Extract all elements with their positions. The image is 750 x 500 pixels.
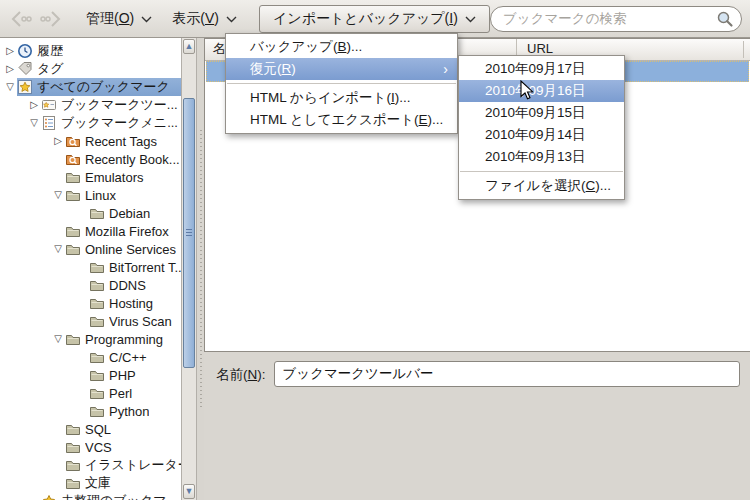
- sidebar-item-label: 文庫: [85, 474, 111, 492]
- sidebar: ▷ 履歴 ▷ タグ ▽ すべてのブックマーク ▷ ブックマ: [0, 38, 197, 500]
- sidebar-item-label: Mozilla Firefox: [85, 224, 169, 239]
- expander-closed-icon[interactable]: ▷: [27, 96, 41, 114]
- folder-icon: [65, 187, 81, 203]
- sidebar-item-label: Hosting: [109, 296, 153, 311]
- sidebar-item-debian[interactable]: Debian: [0, 204, 181, 222]
- expander-open-icon[interactable]: ▽: [27, 114, 41, 132]
- sidebar-item-label: Python: [109, 404, 149, 419]
- folder-icon: [89, 295, 105, 311]
- scrollbar-thumb[interactable]: [183, 98, 195, 368]
- sidebar-item-label: Recently Book...: [85, 152, 180, 167]
- smart-folder-icon: [65, 133, 81, 149]
- views-menu-button[interactable]: 表示(V): [162, 5, 247, 33]
- sidebar-item-python[interactable]: Python: [0, 402, 181, 420]
- bookmarks-library-window: 管理(O) 表示(V) インポートとバックアップ(I): [0, 0, 750, 500]
- import-backup-menu: バックアップ(B)... 復元(R) › HTML からインポート(I)... …: [225, 33, 458, 134]
- sidebar-item-ddns[interactable]: DDNS: [0, 276, 181, 294]
- sidebar-item-sql[interactable]: SQL: [0, 420, 181, 438]
- search-input[interactable]: [490, 6, 742, 32]
- folder-icon: [89, 259, 105, 275]
- folder-icon: [65, 421, 81, 437]
- sidebar-item-label: SQL: [85, 422, 111, 437]
- pane-splitter[interactable]: [197, 38, 204, 500]
- sidebar-item-mozilla-firefox[interactable]: Mozilla Firefox: [0, 222, 181, 240]
- detail-panel: 名前(N):: [204, 352, 750, 500]
- submenu-arrow-icon: ›: [443, 58, 448, 80]
- sidebar-item-bittorrent[interactable]: BitTorrent T...: [0, 258, 181, 276]
- submenu-item-date-highlighted[interactable]: 2010年09月16日: [459, 80, 624, 102]
- menu-separator: [227, 83, 456, 84]
- sidebar-item-cpp[interactable]: C/C++: [0, 348, 181, 366]
- sidebar-item-tags[interactable]: ▷ タグ: [0, 60, 181, 78]
- star-icon: [41, 493, 57, 500]
- menu-item-export-html[interactable]: HTML としてエクスポート(E)...: [226, 109, 457, 131]
- expander-closed-icon[interactable]: ▷: [3, 42, 17, 60]
- menu-item-restore-label: 復元(R): [250, 61, 296, 76]
- sidebar-item-label: Programming: [85, 332, 163, 347]
- folder-icon: [65, 439, 81, 455]
- back-button[interactable]: [8, 7, 34, 31]
- organize-menu-label: 管理(O): [86, 10, 134, 28]
- sidebar-item-label: Online Services: [85, 242, 176, 257]
- forward-button[interactable]: [38, 7, 64, 31]
- tag-icon: [17, 61, 33, 77]
- mouse-cursor: [520, 80, 534, 100]
- sidebar-item-virus-scan[interactable]: Virus Scan: [0, 312, 181, 330]
- sidebar-item-bunko[interactable]: 文庫: [0, 474, 181, 492]
- import-backup-menu-button[interactable]: インポートとバックアップ(I): [259, 5, 490, 33]
- folder-icon: [65, 331, 81, 347]
- search-icon: [716, 10, 734, 28]
- name-field[interactable]: [274, 361, 741, 387]
- sidebar-item-unsorted-bookmarks[interactable]: 未整理のブックマ: [0, 492, 181, 500]
- sidebar-item-programming[interactable]: ▽ Programming: [0, 330, 181, 348]
- chevron-down-icon: [226, 16, 237, 23]
- folder-icon: [65, 457, 81, 473]
- sidebar-item-recently-bookmarked[interactable]: Recently Book...: [0, 150, 181, 168]
- sidebar-item-label: ブックマークメニ...: [61, 114, 178, 132]
- scroll-up-button[interactable]: ▲: [183, 39, 195, 54]
- folder-icon: [89, 403, 105, 419]
- sidebar-item-history[interactable]: ▷ 履歴: [0, 42, 181, 60]
- sidebar-item-all-bookmarks[interactable]: ▽ すべてのブックマーク: [0, 78, 181, 96]
- sidebar-item-online-services[interactable]: ▽ Online Services: [0, 240, 181, 258]
- nav-buttons: [8, 7, 64, 31]
- search-box: [490, 6, 742, 32]
- sidebar-item-label: DDNS: [109, 278, 146, 293]
- submenu-separator: [460, 171, 623, 172]
- scroll-down-button[interactable]: ▼: [183, 484, 195, 499]
- expander-open-icon[interactable]: ▽: [51, 240, 65, 258]
- sidebar-scrollbar[interactable]: ▲ ▼: [181, 38, 196, 500]
- submenu-item-date[interactable]: 2010年09月15日: [459, 102, 624, 124]
- menu-item-backup[interactable]: バックアップ(B)...: [226, 36, 457, 58]
- sidebar-item-illustrator[interactable]: イラストレーター: [0, 456, 181, 474]
- sidebar-item-bookmarks-menu[interactable]: ▽ ブックマークメニ...: [0, 114, 181, 132]
- sidebar-item-php[interactable]: PHP: [0, 366, 181, 384]
- expander-open-icon[interactable]: ▽: [3, 78, 17, 96]
- organize-menu-button[interactable]: 管理(O): [76, 5, 162, 33]
- expander-open-icon[interactable]: ▽: [51, 186, 65, 204]
- expander-closed-icon[interactable]: ▷: [3, 60, 17, 78]
- sidebar-item-emulators[interactable]: Emulators: [0, 168, 181, 186]
- sidebar-item-vcs[interactable]: VCS: [0, 438, 181, 456]
- chevron-down-icon: [465, 16, 476, 23]
- submenu-item-date[interactable]: 2010年09月13日: [459, 146, 624, 168]
- folder-tree: ▷ 履歴 ▷ タグ ▽ すべてのブックマーク ▷ ブックマ: [0, 38, 181, 500]
- menu-item-import-html[interactable]: HTML からインポート(I)...: [226, 87, 457, 109]
- sidebar-item-perl[interactable]: Perl: [0, 384, 181, 402]
- sidebar-item-label: 履歴: [37, 42, 63, 60]
- menu-item-restore[interactable]: 復元(R) ›: [226, 58, 457, 80]
- sidebar-item-hosting[interactable]: Hosting: [0, 294, 181, 312]
- submenu-item-date[interactable]: 2010年09月14日: [459, 124, 624, 146]
- sidebar-item-bookmarks-toolbar[interactable]: ▷ ブックマークツー...: [0, 96, 181, 114]
- bookmarks-toolbar-icon: [41, 97, 57, 113]
- sidebar-item-linux[interactable]: ▽ Linux: [0, 186, 181, 204]
- sidebar-item-label: Recent Tags: [85, 134, 157, 149]
- expander-open-icon[interactable]: ▽: [51, 330, 65, 348]
- expander-closed-icon[interactable]: ▷: [51, 132, 65, 150]
- folder-icon: [65, 475, 81, 491]
- submenu-item-choose-file[interactable]: ファイルを選択(C)...: [459, 175, 624, 197]
- submenu-item-date[interactable]: 2010年09月17日: [459, 58, 624, 80]
- folder-icon: [89, 277, 105, 293]
- sidebar-item-label: BitTorrent T...: [109, 260, 181, 275]
- sidebar-item-recent-tags[interactable]: ▷ Recent Tags: [0, 132, 181, 150]
